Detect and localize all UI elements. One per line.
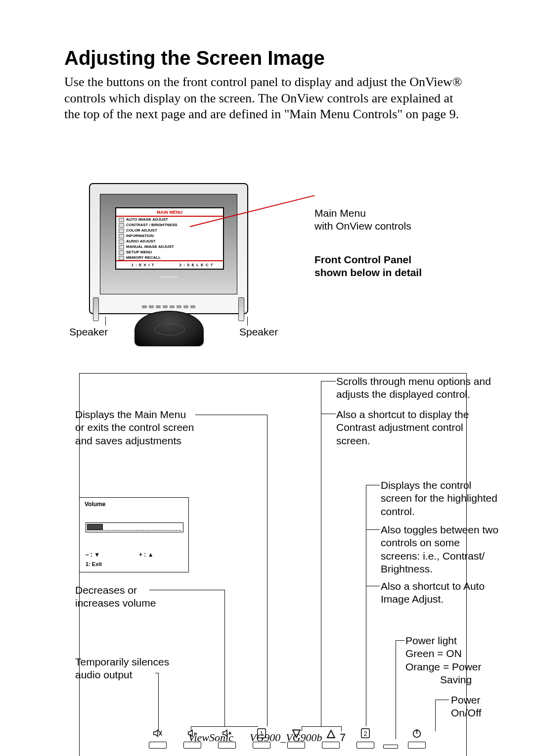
osd-item: INFORMATION <box>116 233 223 238</box>
volume-osd: Volume – : ▼ + : ▲ 1: Exit <box>79 497 189 572</box>
label-btn2-c: Also a shortcut to Auto Image Adjust. <box>381 580 485 606</box>
osd-footer-exit: 1 : E X I T <box>116 261 170 269</box>
volume-minus-hint: – : ▼ <box>86 551 100 558</box>
volume-title: Volume <box>85 501 105 508</box>
leader-line <box>435 700 449 700</box>
leader-line <box>366 529 380 530</box>
label-contrast-shortcut: Also a shortcut to display the Contrast … <box>336 408 469 447</box>
monitor-illustration: MAIN MENU AUTO IMAGE ADJUST CONTRAST / B… <box>89 183 248 314</box>
label-speaker-right: Speaker <box>239 326 278 338</box>
leader-line <box>435 700 436 731</box>
label-btn2-b: Also toggles between two controls on som… <box>381 523 498 575</box>
monitor-brand: ViewSonic <box>100 275 237 279</box>
osd-main-menu: MAIN MENU AUTO IMAGE ADJUST CONTRAST / B… <box>115 207 224 270</box>
leader-line <box>341 726 342 731</box>
label-front-control-panel: Front Control Panel shown below in detai… <box>314 253 422 280</box>
leader-line <box>302 726 302 731</box>
osd-item: AUDIO ADJUST <box>116 238 223 244</box>
leader-line <box>158 673 159 731</box>
leader-line <box>396 640 404 641</box>
leader-line <box>396 640 396 739</box>
leader-line <box>267 415 267 726</box>
osd-title: MAIN MENU <box>116 208 223 217</box>
leader-line <box>191 726 191 731</box>
footer-model: VG900_VG900b <box>250 731 322 744</box>
leader-line <box>321 414 336 414</box>
label-menu-button-1: Displays the Main Menu or exits the cont… <box>75 408 194 447</box>
label-power: Power On/Off <box>451 694 481 720</box>
intro-paragraph: Use the buttons on the front control pan… <box>64 74 465 123</box>
label-speaker-left: Speaker <box>69 326 108 338</box>
osd-footer-select: 2 : S E L E C T <box>170 261 223 269</box>
page-heading: Adjusting the Screen Image <box>64 47 325 69</box>
leader-line <box>366 586 380 586</box>
osd-item: SETUP MENU <box>116 249 223 255</box>
footer-page-number: 7 <box>340 731 346 744</box>
volume-plus-hint: + : ▲ <box>139 551 154 558</box>
leader-line <box>321 381 336 381</box>
page: Adjusting the Screen Image Use the butto… <box>0 0 534 756</box>
leader-line <box>149 590 224 590</box>
leader-line <box>321 381 321 726</box>
osd-item: MEMORY RECALL <box>116 255 223 260</box>
footer-brand: ViewSonic <box>188 731 233 744</box>
label-volume: Decreases or increases volume <box>75 584 156 610</box>
osd-item: COLOR ADJUST <box>116 228 223 233</box>
leader-line <box>247 317 248 326</box>
label-power-light: Power light Green = ON Orange = Power Sa… <box>405 634 482 686</box>
leader-line <box>366 485 380 485</box>
label-btn2-a: Displays the control screen for the high… <box>381 479 497 518</box>
leader-line <box>105 317 106 326</box>
osd-item: CONTRAST / BRIGHTNESS <box>116 222 223 228</box>
volume-exit-hint: 1: Exit <box>86 561 102 567</box>
leader-line <box>302 726 341 727</box>
osd-item: MANUAL IMAGE ADJUST <box>116 244 223 249</box>
leader-line <box>366 485 366 726</box>
power-led <box>383 745 398 749</box>
label-mute: Temporarily silences audio output <box>75 656 169 682</box>
leader-line <box>191 726 258 727</box>
label-scroll: Scrolls through menu options and adjusts… <box>336 375 491 401</box>
leader-line <box>195 415 267 415</box>
page-footer: ViewSonic VG900_VG900b 7 <box>0 731 534 744</box>
label-main-menu: Main Menu with OnView controls <box>314 207 411 233</box>
volume-bar <box>86 522 183 532</box>
leader-line <box>224 590 225 726</box>
monitor-stand <box>134 311 204 346</box>
